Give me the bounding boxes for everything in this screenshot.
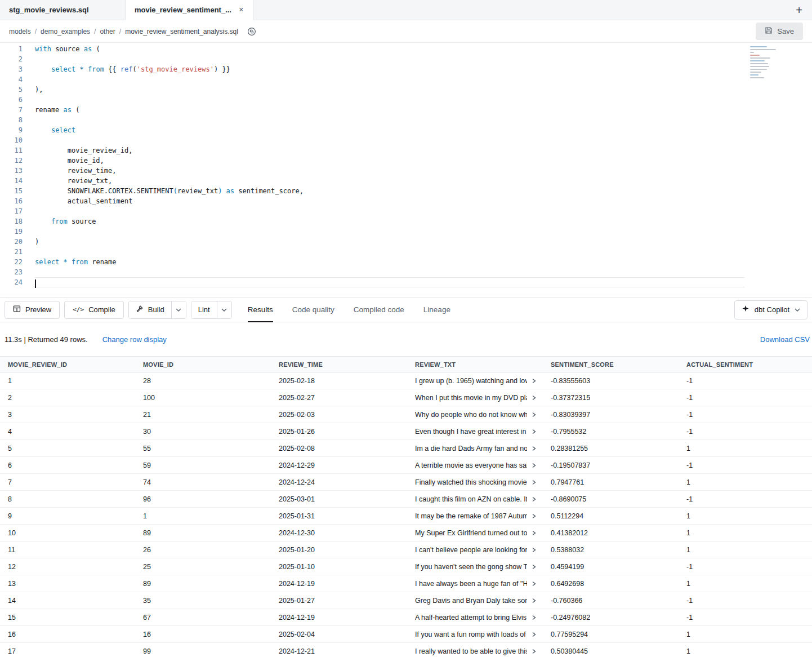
review-text: When I put this movie in my DVD playe… — [415, 394, 527, 402]
table-cell: 100 — [135, 389, 271, 406]
save-icon — [765, 26, 773, 36]
code-line[interactable] — [35, 247, 744, 257]
code-line[interactable]: rename as ( — [35, 105, 744, 115]
tab-movie-review-sentiment[interactable]: movie_review_sentiment_... ✕ — [125, 0, 253, 20]
table-row: 14352025-01-27Greg Davis and Bryan Daly … — [0, 592, 812, 609]
expand-review-icon[interactable] — [530, 496, 537, 503]
table-cell: 35 — [135, 592, 271, 609]
change-row-display-link[interactable]: Change row display — [102, 335, 167, 344]
code-line[interactable]: actual_sentiment — [35, 196, 744, 206]
preview-button[interactable]: Preview — [5, 301, 60, 319]
expand-review-icon[interactable] — [530, 547, 537, 553]
breadcrumb-part[interactable]: models — [9, 28, 31, 35]
expand-review-icon[interactable] — [530, 462, 537, 469]
table-cell: 2024-12-21 — [271, 643, 407, 657]
expand-review-icon[interactable] — [530, 614, 537, 621]
table-cell: 1 — [679, 575, 812, 592]
line-number: 21 — [0, 247, 23, 257]
code-line[interactable]: ) — [35, 237, 744, 247]
expand-review-icon[interactable] — [530, 648, 537, 655]
expand-review-icon[interactable] — [530, 530, 537, 536]
expand-review-icon[interactable] — [530, 445, 537, 452]
expand-review-icon[interactable] — [530, 631, 537, 638]
code-line[interactable]: select — [35, 125, 744, 135]
table-cell: 0.5388032 — [543, 541, 679, 558]
code-line[interactable]: review_time, — [35, 166, 744, 176]
save-button[interactable]: Save — [756, 23, 803, 40]
table-cell: 11 — [0, 541, 135, 558]
compile-button[interactable]: </> Compile — [64, 301, 124, 319]
table-cell: 2025-01-26 — [271, 423, 407, 440]
expand-review-icon[interactable] — [530, 428, 537, 435]
review-text: I have always been a huge fan of "Hom… — [415, 580, 527, 588]
code-line[interactable]: review_txt, — [35, 176, 744, 186]
table-row: 6592024-12-29A terrible movie as everyon… — [0, 457, 812, 474]
lint-button[interactable]: Lint — [191, 301, 217, 318]
code-line[interactable] — [35, 95, 744, 105]
editor-code: with source as ( select * from {{ ref('s… — [35, 44, 744, 287]
table-cell: 1 — [679, 508, 812, 525]
column-header: SENTIMENT_SCORE — [543, 357, 679, 372]
expand-review-icon[interactable] — [530, 394, 537, 401]
code-line[interactable] — [35, 277, 744, 287]
code-line[interactable] — [35, 227, 744, 237]
code-line[interactable] — [35, 135, 744, 145]
expand-review-icon[interactable] — [530, 513, 537, 520]
tab-lineage[interactable]: Lineage — [423, 298, 450, 322]
lint-dropdown-button[interactable] — [217, 301, 231, 318]
table-cell: 5 — [0, 440, 135, 457]
code-line[interactable]: select * from {{ ref('stg_movie_reviews'… — [35, 64, 744, 74]
download-csv-link[interactable]: Download CSV — [760, 335, 810, 344]
breadcrumb-part[interactable]: other — [100, 28, 115, 35]
code-line[interactable] — [35, 54, 744, 64]
table-cell: 59 — [135, 457, 271, 474]
code-line[interactable] — [35, 74, 744, 85]
expand-review-icon[interactable] — [530, 411, 537, 418]
tab-results[interactable]: Results — [248, 298, 273, 322]
table-cell: 1 — [679, 643, 812, 657]
code-line[interactable] — [35, 206, 744, 216]
column-header: ACTUAL_SENTIMENT — [679, 357, 812, 372]
code-line[interactable] — [35, 115, 744, 125]
table-row: 15672024-12-19A half-hearted attempt to … — [0, 609, 812, 626]
table-cell: 2025-02-03 — [271, 406, 407, 423]
build-button[interactable]: Build — [129, 301, 171, 318]
expand-review-icon[interactable] — [530, 378, 537, 384]
build-dropdown-button[interactable] — [171, 301, 186, 318]
expand-review-icon[interactable] — [530, 563, 537, 570]
line-number: 8 — [0, 115, 23, 125]
copy-path-icon[interactable] — [247, 27, 256, 36]
tab-compiled-code[interactable]: Compiled code — [354, 298, 404, 322]
expand-review-icon[interactable] — [530, 479, 537, 486]
code-line[interactable]: movie_id, — [35, 156, 744, 166]
table-cell: 21 — [135, 406, 271, 423]
breadcrumb-part[interactable]: demo_examples — [41, 28, 90, 35]
code-line[interactable]: movie_review_id, — [35, 145, 744, 156]
tab-label: Compiled code — [354, 305, 404, 314]
table-cell: 30 — [135, 423, 271, 440]
tab-code-quality[interactable]: Code quality — [292, 298, 334, 322]
table-cell: 0.5112294 — [543, 508, 679, 525]
editor-minimap[interactable] — [750, 46, 787, 80]
line-number: 6 — [0, 95, 23, 105]
code-line[interactable]: from source — [35, 216, 744, 227]
code-editor[interactable]: 123456789101112131415161718192021222324 … — [0, 43, 812, 298]
table-cell: 26 — [135, 541, 271, 558]
table-row: 1282025-02-18I grew up (b. 1965) watchin… — [0, 372, 812, 389]
code-line[interactable] — [35, 267, 744, 277]
table-cell: -1 — [679, 491, 812, 508]
dbt-copilot-button[interactable]: dbt Copilot — [734, 300, 807, 319]
results-table-header-row: MOVIE_REVIEW_IDMOVIE_IDREVIEW_TIMEREVIEW… — [0, 357, 812, 372]
code-line[interactable]: with source as ( — [35, 44, 744, 54]
line-number: 11 — [0, 145, 23, 156]
tab-stg-movie-reviews[interactable]: stg_movie_reviews.sql — [0, 0, 125, 20]
new-tab-button[interactable]: + — [792, 3, 806, 17]
table-cell: 1 — [679, 626, 812, 643]
close-tab-icon[interactable]: ✕ — [239, 6, 244, 14]
expand-review-icon[interactable] — [530, 597, 537, 604]
code-line[interactable]: SNOWFLAKE.CORTEX.SENTIMENT(review_txt) a… — [35, 186, 744, 196]
code-line[interactable]: select * from rename — [35, 257, 744, 267]
column-header: MOVIE_REVIEW_ID — [0, 357, 135, 372]
expand-review-icon[interactable] — [530, 580, 537, 587]
code-line[interactable]: ), — [35, 85, 744, 95]
